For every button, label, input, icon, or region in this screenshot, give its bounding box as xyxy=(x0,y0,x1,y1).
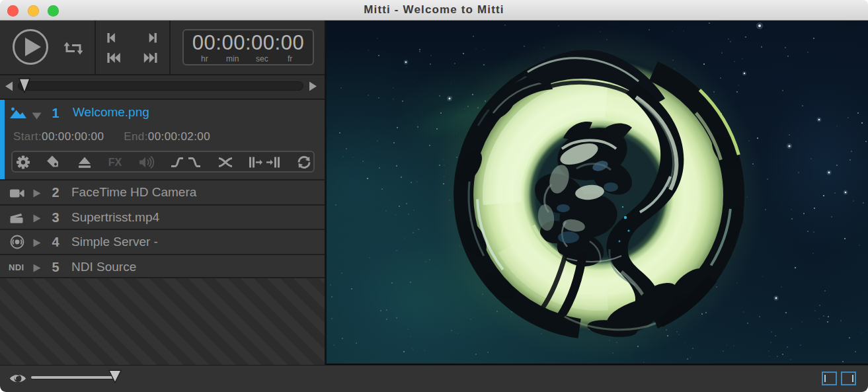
svg-text:FX: FX xyxy=(108,157,122,168)
